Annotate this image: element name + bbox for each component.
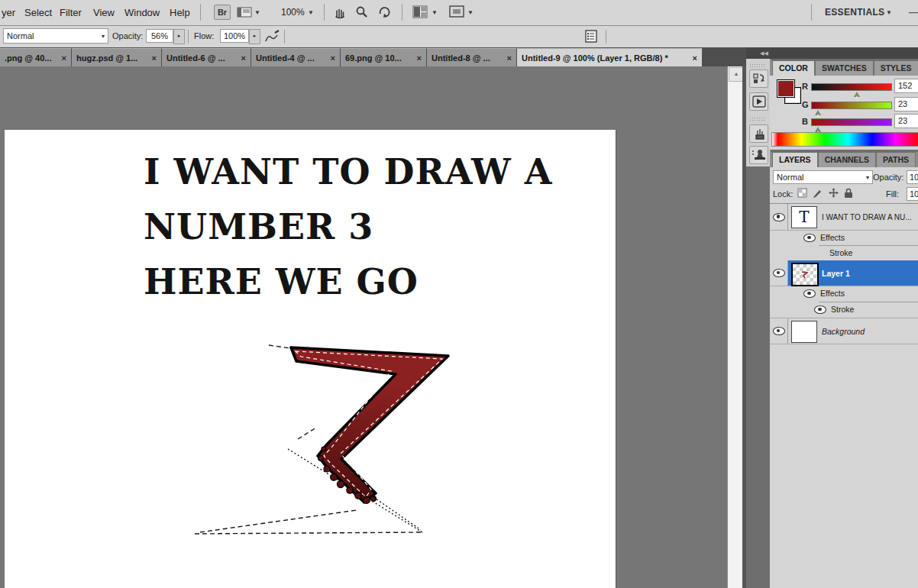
screen-mode-icon[interactable] [449, 5, 464, 21]
blue-slider-track[interactable] [811, 118, 892, 126]
eye-cell[interactable] [770, 204, 788, 230]
close-icon[interactable]: × [331, 53, 335, 63]
zoom-tool-icon[interactable] [355, 5, 369, 21]
document-tab[interactable]: Untitled-6 @ ...× [162, 48, 251, 66]
layer-row-background[interactable]: Background [770, 318, 918, 344]
tab-color[interactable]: COLOR [772, 60, 815, 76]
close-icon[interactable]: × [693, 53, 697, 63]
history-panel-icon[interactable] [749, 69, 768, 88]
photoshop-window: yer Select Filter View Window Help Br ▼ … [0, 0, 918, 588]
visibility-eye-icon[interactable] [773, 269, 785, 277]
eye-cell[interactable] [770, 260, 788, 286]
mini-bridge-icon[interactable] [237, 6, 252, 21]
layer-blend-mode-select[interactable]: Normal ▾ [773, 170, 873, 184]
document-tab-active[interactable]: Untitled-9 @ 100% (Layer 1, RGB/8) *× [517, 48, 703, 66]
tab-swatches[interactable]: SWATCHES [815, 60, 874, 76]
workspace-switcher[interactable]: ESSENTIALS [825, 7, 884, 18]
effects-row[interactable]: Effects [770, 286, 918, 301]
close-icon[interactable]: × [417, 53, 422, 63]
eye-cell[interactable] [770, 318, 788, 344]
zoom-level-select[interactable]: 100% [281, 7, 305, 18]
lock-all-icon[interactable] [844, 188, 853, 199]
blue-slider-handle[interactable] [815, 124, 821, 132]
visibility-eye-icon[interactable] [803, 234, 816, 244]
tab-channels[interactable]: CHANNELS [818, 152, 876, 167]
color-spectrum-ramp[interactable] [771, 132, 918, 147]
red-slider-track[interactable] [811, 83, 892, 91]
workspace-extra[interactable]: — [909, 7, 918, 18]
chevron-down-icon[interactable]: ▼ [308, 9, 314, 16]
tab-layers[interactable]: LAYERS [772, 152, 818, 167]
layer-fill-input[interactable]: 100% [907, 187, 918, 201]
menu-item-help[interactable]: Help [170, 7, 190, 18]
chevron-down-icon[interactable]: ▼ [467, 9, 474, 16]
tab-paths[interactable]: PATHS [876, 152, 916, 167]
close-icon[interactable]: × [507, 53, 512, 63]
lock-position-icon[interactable] [829, 188, 839, 198]
close-icon[interactable]: × [241, 53, 246, 63]
flow-slider-button[interactable]: ▸ [249, 29, 260, 44]
menu-item-filter[interactable]: Filter [60, 7, 82, 18]
document-tab[interactable]: Untitled-8 @ ...× [427, 48, 517, 66]
menu-item-window[interactable]: Window [124, 7, 160, 18]
actions-panel-icon[interactable] [749, 92, 768, 111]
stroke-effect-row[interactable]: Stroke [770, 245, 918, 260]
menu-item-layer[interactable]: yer [2, 7, 15, 18]
layer-row-layer1-selected[interactable]: Layer 1 [770, 260, 918, 286]
lock-transparency-icon[interactable] [797, 188, 807, 198]
painted-shape-and-selection[interactable] [5, 130, 616, 588]
collapse-panels-button[interactable]: ◀◀ [746, 47, 918, 59]
green-slider-track[interactable] [811, 102, 892, 109]
green-value-input[interactable]: 23 [894, 97, 918, 111]
document-tab[interactable]: hugz.psd @ 1...× [72, 48, 162, 66]
blend-mode-select[interactable]: Normal ▾ [3, 28, 108, 44]
lock-pixels-icon[interactable] [813, 188, 823, 198]
rotate-view-tool-icon[interactable] [377, 5, 392, 21]
layer-name[interactable]: Layer 1 [822, 269, 850, 278]
background-layer-thumbnail[interactable] [791, 321, 817, 343]
chevron-down-icon[interactable]: ▼ [886, 9, 892, 16]
layer1-thumbnail[interactable] [791, 263, 819, 286]
green-slider-handle[interactable] [815, 107, 821, 115]
brush-panel-icon[interactable] [749, 124, 768, 143]
canvas-area[interactable]: I WANT TO DRAW A NUMBER 3 HERE WE GO [0, 66, 727, 588]
red-slider-handle[interactable] [854, 89, 860, 97]
chevron-down-icon[interactable]: ▼ [254, 9, 260, 16]
red-value-input[interactable]: 152 [894, 79, 918, 93]
tab-styles[interactable]: STYLES [874, 60, 918, 76]
opacity-slider-button[interactable]: ▸ [173, 29, 185, 44]
document[interactable]: I WANT TO DRAW A NUMBER 3 HERE WE GO [5, 130, 616, 588]
stroke-effect-row[interactable]: Stroke [770, 302, 918, 317]
scroll-up-icon[interactable]: ▲ [729, 67, 744, 82]
document-tab[interactable]: .png @ 40...× [0, 48, 72, 66]
visibility-eye-icon[interactable] [803, 289, 816, 300]
menu-item-select[interactable]: Select [24, 7, 52, 18]
layer-name[interactable]: Background [822, 327, 865, 336]
clone-source-panel-icon[interactable] [749, 146, 768, 164]
arrange-documents-icon[interactable] [412, 5, 428, 21]
drag-grip[interactable] [749, 117, 766, 121]
document-tab[interactable]: 69.png @ 10...× [341, 48, 427, 66]
flow-input[interactable]: 100% [220, 29, 249, 43]
drag-grip[interactable] [749, 63, 766, 67]
bridge-button[interactable]: Br [214, 5, 231, 20]
document-tab[interactable]: Untitled-4 @ ...× [251, 48, 341, 66]
close-icon[interactable]: × [152, 53, 157, 63]
effects-row[interactable]: Effects [770, 230, 918, 245]
blue-value-input[interactable]: 23 [894, 114, 918, 128]
text-layer-thumbnail[interactable]: T [791, 206, 817, 228]
menu-item-view[interactable]: View [93, 7, 115, 18]
close-icon[interactable]: × [62, 53, 66, 63]
layer-opacity-input[interactable]: 100% [907, 170, 918, 184]
layer-row-text[interactable]: T I WANT TO DRAW A NU... [770, 204, 918, 231]
visibility-eye-icon[interactable] [814, 305, 826, 316]
hand-tool-icon[interactable] [333, 5, 347, 21]
canvas-vertical-scrollbar[interactable]: ▲ [727, 66, 743, 588]
layer-name[interactable]: I WANT TO DRAW A NU... [822, 213, 912, 221]
chevron-down-icon[interactable]: ▼ [432, 9, 438, 16]
visibility-eye-icon[interactable] [773, 327, 785, 335]
toggle-panel-icon[interactable] [584, 29, 598, 46]
airbrush-toggle-icon[interactable] [264, 29, 281, 47]
visibility-eye-icon[interactable] [773, 213, 785, 221]
opacity-input[interactable]: 56% [146, 29, 173, 43]
